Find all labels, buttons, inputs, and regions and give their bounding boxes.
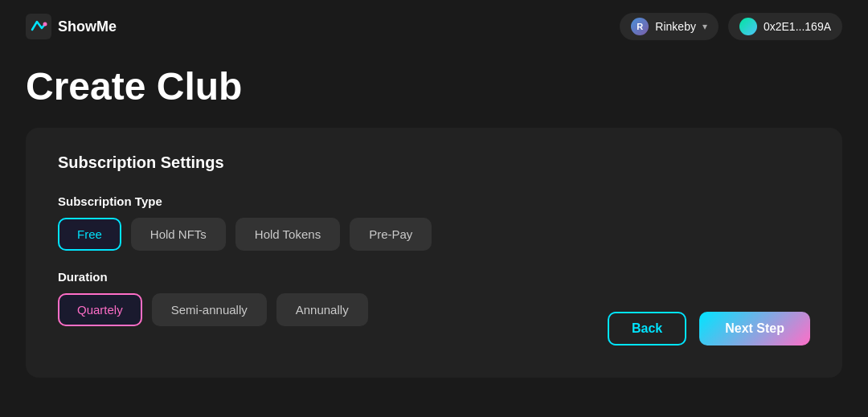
option-quarterly[interactable]: Quartely [58, 293, 142, 326]
subscription-type-group: Subscription Type Free Hold NFTs Hold To… [58, 194, 608, 251]
wallet-avatar [739, 18, 757, 35]
header-right: R Rinkeby ▾ 0x2E1...169A [620, 13, 842, 40]
showme-logo-icon [26, 14, 51, 39]
network-avatar: R [631, 18, 649, 35]
header: ShowMe R Rinkeby ▾ 0x2E1...169A [0, 0, 868, 53]
page-title: Create Club [26, 66, 842, 108]
subscription-type-label: Subscription Type [58, 194, 608, 208]
option-annually[interactable]: Annunally [276, 293, 368, 326]
option-hold-tokens[interactable]: Hold Tokens [235, 218, 340, 251]
logo[interactable]: ShowMe [26, 14, 117, 39]
wallet-address: 0x2E1...169A [764, 20, 831, 33]
option-pre-pay[interactable]: Pre-Pay [350, 218, 432, 251]
network-label: Rinkeby [655, 20, 696, 33]
duration-label: Duration [58, 270, 608, 284]
page-title-area: Create Club [0, 53, 868, 128]
actions-row: Back Next Step [608, 312, 810, 345]
main-card: Subscription Settings Subscription Type … [26, 128, 842, 378]
section-title: Subscription Settings [58, 153, 810, 172]
chevron-down-icon: ▾ [702, 21, 707, 32]
fields-and-actions: Subscription Type Free Hold NFTs Hold To… [58, 194, 810, 345]
back-button[interactable]: Back [608, 312, 686, 345]
next-step-button[interactable]: Next Step [699, 312, 810, 345]
logo-text: ShowMe [58, 18, 117, 35]
svg-point-1 [43, 22, 47, 27]
option-semi-annually[interactable]: Semi-annually [152, 293, 267, 326]
subscription-type-options: Free Hold NFTs Hold Tokens Pre-Pay [58, 218, 608, 251]
wallet-badge[interactable]: 0x2E1...169A [728, 13, 842, 40]
duration-group: Duration Quartely Semi-annually Annunall… [58, 270, 608, 326]
fields-container: Subscription Type Free Hold NFTs Hold To… [58, 194, 608, 345]
option-free[interactable]: Free [58, 218, 121, 251]
option-hold-nfts[interactable]: Hold NFTs [131, 218, 226, 251]
network-selector[interactable]: R Rinkeby ▾ [620, 13, 719, 40]
duration-options: Quartely Semi-annually Annunally [58, 293, 608, 326]
svg-rect-0 [26, 14, 51, 39]
